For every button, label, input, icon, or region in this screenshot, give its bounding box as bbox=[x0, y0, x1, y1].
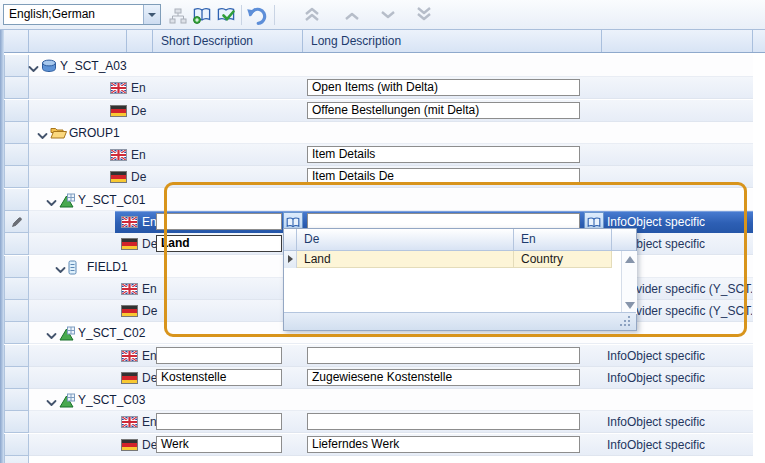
long-description-input[interactable]: Offene Bestellungen (mit Delta) bbox=[307, 102, 580, 119]
language-pair-value: English;German bbox=[9, 5, 95, 24]
translation-scope-label: InfoObject specific bbox=[607, 345, 705, 367]
tree-node-label: Y_SCT_C01 bbox=[78, 189, 145, 211]
german-flag bbox=[121, 238, 138, 250]
tree-node-row[interactable]: GROUP1 bbox=[0, 122, 753, 144]
header-spec-cell bbox=[602, 30, 753, 52]
toolbar: English;German bbox=[0, 0, 765, 30]
popup-suggestion-row[interactable]: Land Country bbox=[284, 251, 621, 268]
language-row[interactable]: EnItem Details bbox=[0, 144, 753, 166]
tree-node-row[interactable]: Y_SCT_C01 bbox=[0, 189, 753, 211]
expand-collapse-icon[interactable] bbox=[46, 196, 57, 204]
language-row[interactable]: DeOffene Bestellungen (mit Delta) bbox=[0, 100, 753, 122]
translation-editor-window: English;German Short Description Long De… bbox=[0, 0, 765, 463]
tree-node-label: FIELD1 bbox=[87, 256, 128, 278]
popup-header: De En bbox=[284, 229, 636, 251]
language-row[interactable]: DeWerkLieferndes WerkInfoObject specific bbox=[0, 434, 753, 456]
translation-scope-label: InfoObject specific bbox=[607, 434, 705, 456]
row-indicator-cell[interactable] bbox=[4, 77, 29, 99]
tree-node-label: Y_SCT_C03 bbox=[78, 389, 145, 411]
german-flag bbox=[121, 372, 138, 384]
language-code: En bbox=[142, 345, 157, 367]
language-row[interactable]: EnInfoObject specific bbox=[0, 411, 753, 433]
short-description-input[interactable] bbox=[156, 347, 282, 364]
language-code: En bbox=[142, 278, 157, 300]
tree-node-label: Y_SCT_C02 bbox=[78, 322, 145, 344]
row-indicator-cell[interactable] bbox=[4, 300, 29, 322]
short-description-input[interactable]: Kostenstelle bbox=[156, 369, 282, 386]
expand-collapse-icon[interactable] bbox=[46, 329, 57, 337]
row-indicator-cell[interactable] bbox=[4, 189, 29, 211]
language-pair-combobox[interactable]: English;German bbox=[3, 4, 161, 25]
row-indicator-cell[interactable] bbox=[4, 434, 29, 456]
resize-grip[interactable] bbox=[620, 316, 622, 318]
row-indicator-cell[interactable] bbox=[4, 144, 29, 166]
popup-col-header-en[interactable]: En bbox=[514, 229, 612, 250]
row-indicator-cell[interactable] bbox=[4, 233, 29, 255]
move-first-icon[interactable] bbox=[300, 4, 324, 27]
confirm-check-icon[interactable] bbox=[214, 4, 238, 27]
language-row[interactable]: DeItem Details De bbox=[0, 166, 753, 188]
row-indicator-cell[interactable] bbox=[4, 256, 29, 278]
scroll-down-icon[interactable] bbox=[625, 302, 635, 309]
expand-collapse-icon[interactable] bbox=[37, 129, 48, 137]
popup-col-header-de[interactable]: De bbox=[297, 229, 514, 250]
short-description-input[interactable] bbox=[156, 213, 282, 230]
row-indicator-cell[interactable] bbox=[4, 278, 29, 300]
row-indicator-cell[interactable] bbox=[4, 211, 29, 233]
characteristic-icon bbox=[59, 326, 75, 344]
row-indicator-cell[interactable] bbox=[4, 389, 29, 411]
row-indicator-cell[interactable] bbox=[4, 411, 29, 433]
row-indicator-cell[interactable] bbox=[4, 345, 29, 367]
hierarchy-icon[interactable] bbox=[166, 4, 190, 27]
window-left-border bbox=[0, 30, 4, 463]
row-indicator-cell[interactable] bbox=[4, 166, 29, 188]
language-row[interactable]: DeKostenstelleZugewiesene KostenstelleIn… bbox=[0, 367, 753, 389]
dso-icon bbox=[41, 59, 57, 76]
move-up-icon[interactable] bbox=[340, 4, 364, 27]
short-description-input[interactable] bbox=[156, 413, 282, 430]
header-long-description[interactable]: Long Description bbox=[303, 30, 602, 52]
popup-scrollbar[interactable] bbox=[621, 251, 637, 314]
expand-collapse-icon[interactable] bbox=[46, 396, 57, 404]
long-description-input[interactable]: Lieferndes Werk bbox=[307, 436, 580, 453]
tree-node-row[interactable]: Y_SCT_A03 bbox=[0, 55, 753, 77]
combo-dropdown-button[interactable] bbox=[143, 5, 160, 24]
row-indicator-cell[interactable] bbox=[4, 122, 29, 144]
row-indicator-cell[interactable] bbox=[4, 322, 29, 344]
row-indicator-cell[interactable] bbox=[4, 55, 29, 77]
long-description-input[interactable] bbox=[307, 347, 580, 364]
row-indicator-cell[interactable] bbox=[4, 367, 29, 389]
popup-cell-en[interactable]: Country bbox=[514, 251, 612, 268]
header-short-description[interactable]: Short Description bbox=[153, 30, 303, 52]
long-description-input[interactable] bbox=[307, 413, 580, 430]
expand-collapse-icon[interactable] bbox=[28, 62, 39, 70]
tree-node-row[interactable]: Y_SCT_C03 bbox=[0, 389, 753, 411]
undo-icon[interactable] bbox=[245, 4, 269, 27]
short-description-input[interactable]: Land bbox=[156, 235, 282, 252]
long-description-input[interactable]: Item Details De bbox=[307, 168, 580, 185]
scroll-up-icon[interactable] bbox=[625, 256, 635, 263]
language-row[interactable]: EnOpen Items (with Delta) bbox=[0, 77, 753, 99]
short-description-input[interactable]: Werk bbox=[156, 436, 282, 453]
language-code: En bbox=[131, 144, 146, 166]
move-down-icon[interactable] bbox=[376, 4, 400, 27]
uk-flag bbox=[121, 350, 138, 362]
header-indicator-cell bbox=[4, 30, 29, 52]
german-flag bbox=[110, 105, 127, 117]
long-description-input[interactable]: Item Details bbox=[307, 146, 580, 163]
row-indicator-cell[interactable] bbox=[4, 100, 29, 122]
long-description-input[interactable]: Zugewiesene Kostenstelle bbox=[307, 369, 580, 386]
long-description-input[interactable]: Open Items (with Delta) bbox=[307, 79, 580, 96]
german-flag bbox=[121, 305, 138, 317]
popup-cell-de[interactable]: Land bbox=[297, 251, 514, 268]
german-flag bbox=[121, 439, 138, 451]
expand-collapse-icon[interactable] bbox=[55, 263, 66, 271]
dictionary-add-icon[interactable] bbox=[190, 4, 214, 27]
move-last-icon[interactable] bbox=[412, 4, 436, 27]
language-code: De bbox=[142, 300, 157, 322]
language-row[interactable]: EnInfoObject specific bbox=[0, 345, 753, 367]
tree-node-label: GROUP1 bbox=[69, 122, 120, 144]
translation-scope-label: InfoObject specific bbox=[607, 411, 705, 433]
uk-flag bbox=[121, 216, 138, 228]
header-filler-cell bbox=[753, 30, 765, 52]
